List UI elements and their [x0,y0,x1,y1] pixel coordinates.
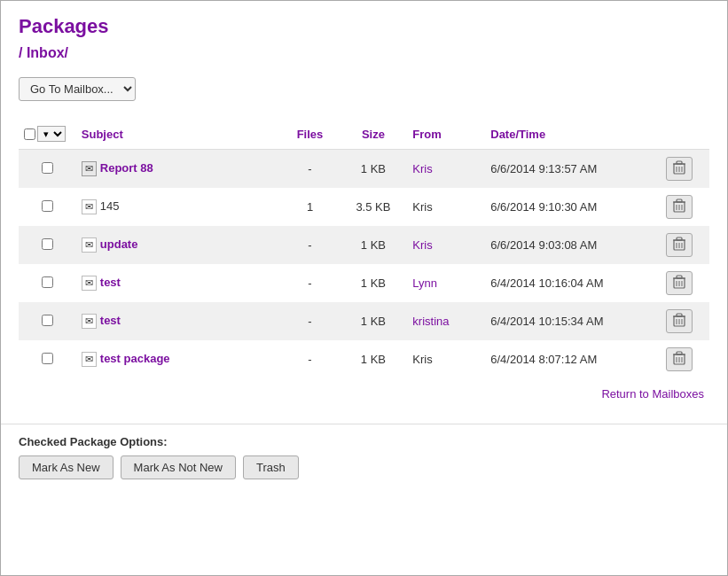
from-link[interactable]: Kris [412,238,432,252]
table-row: ✉test-1 KBLynn6/4/2014 10:16:04 AM [19,264,709,302]
return-to-mailboxes-wrapper: Return to Mailboxes [19,387,709,406]
row-size-cell: 1 KB [339,150,407,189]
row-checkbox[interactable] [42,353,53,364]
row-files-cell: 1 [281,188,340,226]
row-trash-button[interactable] [666,233,693,257]
row-action-cell [661,264,709,302]
row-datetime-cell: 6/4/2014 10:16:04 AM [485,264,661,302]
row-size-cell: 1 KB [339,340,407,378]
footer-buttons: Mark As New Mark As Not New Trash [19,455,709,479]
subject-link[interactable]: Report 88 [100,161,153,175]
row-checkbox-cell [19,226,76,264]
row-checkbox[interactable] [42,276,53,288]
row-checkbox[interactable] [42,162,53,174]
from-link[interactable]: kristina [412,315,449,328]
row-action-cell [661,188,709,226]
column-header-action [661,119,709,150]
mark-as-new-button[interactable]: Mark As New [19,455,114,479]
row-files-cell: - [281,150,340,189]
packages-table: ▾ Subject Files Size From Date/Time ✉Rep… [19,119,709,378]
checked-package-options-label: Checked Package Options: [19,435,709,448]
row-trash-button[interactable] [666,309,693,333]
row-subject-cell: ✉test package [76,340,281,378]
row-trash-button[interactable] [666,271,693,295]
row-size-cell: 1 KB [339,302,407,340]
row-files-cell: - [281,226,340,264]
table-row: ✉test-1 KBkristina6/4/2014 10:15:34 AM [19,302,709,340]
row-from-cell: Kris [407,226,485,264]
row-datetime-cell: 6/6/2014 9:10:30 AM [485,188,661,226]
row-from-cell: Kris [407,340,485,378]
row-files-cell: - [281,340,340,378]
row-checkbox[interactable] [42,315,53,326]
row-datetime-cell: 6/4/2014 8:07:12 AM [485,340,661,378]
breadcrumb: / Inbox/ [19,45,709,61]
row-from-cell: Kris [407,150,485,189]
row-from-cell: Lynn [407,264,485,302]
row-datetime-cell: 6/6/2014 9:13:57 AM [485,150,661,189]
row-files-cell: - [281,264,340,302]
from-link[interactable]: Kris [412,162,432,175]
message-icon: ✉ [82,276,97,291]
row-checkbox-cell [19,302,76,340]
trash-button[interactable]: Trash [243,455,299,479]
column-header-files: Files [281,119,340,150]
column-header-check: ▾ [19,119,76,150]
row-subject-cell: ✉test [76,264,281,302]
row-subject-cell: ✉test [76,302,281,340]
row-checkbox[interactable] [42,200,53,212]
message-icon: ✉ [82,199,97,214]
row-datetime-cell: 6/6/2014 9:03:08 AM [485,226,661,264]
message-icon: ✉ [82,161,97,176]
subject-text: 145 [100,199,120,213]
row-checkbox[interactable] [42,238,53,250]
row-subject-cell: ✉145 [76,188,281,226]
table-row: ✉Report 88-1 KBKris6/6/2014 9:13:57 AM [19,150,709,189]
table-row: ✉test package-1 KBKris6/4/2014 8:07:12 A… [19,340,709,378]
message-icon: ✉ [82,237,97,253]
row-checkbox-cell [19,340,76,378]
mailbox-select[interactable]: Go To Mailbox... [19,77,136,101]
return-to-mailboxes-link[interactable]: Return to Mailboxes [601,387,704,401]
row-datetime-cell: 6/4/2014 10:15:34 AM [485,302,661,340]
row-trash-button[interactable] [666,195,693,219]
select-all-dropdown[interactable]: ▾ [37,126,66,142]
from-link[interactable]: Lynn [412,276,437,290]
mark-as-not-new-button[interactable]: Mark As Not New [121,455,236,479]
select-all-checkbox[interactable] [24,128,35,140]
page-title: Packages [19,15,709,38]
row-size-cell: 1 KB [339,264,407,302]
row-action-cell [661,150,709,189]
mailbox-select-wrapper: Go To Mailbox... [19,77,709,101]
row-action-cell [661,226,709,264]
from-text: Kris [412,200,432,214]
subject-link[interactable]: test package [100,352,170,365]
row-checkbox-cell [19,188,76,226]
column-header-subject: Subject [76,119,281,150]
table-row: ✉update-1 KBKris6/6/2014 9:03:08 AM [19,226,709,264]
footer-section: Checked Package Options: Mark As New Mar… [1,424,727,494]
column-header-from: From [407,119,485,150]
row-checkbox-cell [19,264,76,302]
subject-link[interactable]: test [100,276,121,289]
row-action-cell [661,302,709,340]
from-text: Kris [412,353,432,366]
table-row: ✉14513.5 KBKris6/6/2014 9:10:30 AM [19,188,709,226]
subject-link[interactable]: test [100,314,121,327]
subject-link[interactable]: update [100,237,138,251]
column-header-datetime: Date/Time [485,119,661,150]
row-from-cell: kristina [407,302,485,340]
row-from-cell: Kris [407,188,485,226]
column-header-size: Size [339,119,407,150]
row-size-cell: 1 KB [339,226,407,264]
row-trash-button[interactable] [666,157,693,181]
row-trash-button[interactable] [666,347,693,371]
row-subject-cell: ✉update [76,226,281,264]
row-size-cell: 3.5 KB [339,188,407,226]
message-icon: ✉ [82,352,97,367]
row-files-cell: - [281,302,340,340]
row-subject-cell: ✉Report 88 [76,150,281,189]
row-checkbox-cell [19,150,76,189]
message-icon: ✉ [82,314,97,329]
table-header-row: ▾ Subject Files Size From Date/Time [19,119,709,150]
